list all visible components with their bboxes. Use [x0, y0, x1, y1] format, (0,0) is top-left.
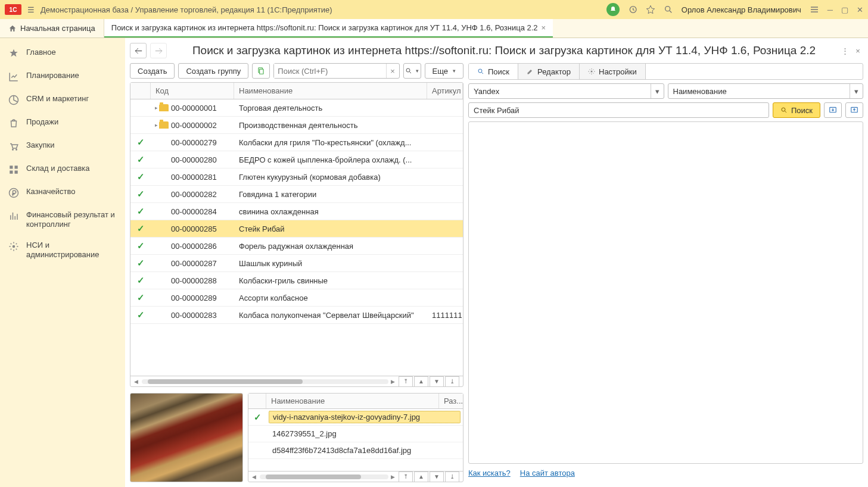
- create-button[interactable]: Создать: [130, 63, 175, 79]
- table-row[interactable]: ✓00-00000280БЕДРО с кожей цыпленка-бройл…: [130, 151, 463, 168]
- nav-forward-button[interactable]: 🡢: [150, 43, 167, 58]
- tab-active[interactable]: Поиск и загрузка картинок из интернета h…: [104, 19, 553, 38]
- table-row[interactable]: ✓00-00000289Ассорти колбасное: [130, 289, 463, 307]
- table-row[interactable]: ✓00-00000286Форель радужная охлажденная: [130, 238, 463, 255]
- favorite-icon[interactable]: [646, 5, 655, 14]
- files-h-scrollbar[interactable]: [260, 474, 388, 479]
- page-close-icon[interactable]: ×: [853, 46, 863, 55]
- settings-bars-icon[interactable]: [810, 5, 819, 14]
- page-more-icon[interactable]: ⋮: [841, 46, 849, 55]
- grid-up-button[interactable]: ▲: [414, 376, 428, 387]
- check-icon: ✓: [254, 412, 262, 423]
- engine-select[interactable]: Yandex▾: [468, 83, 664, 99]
- author-link[interactable]: На сайт автора: [520, 469, 575, 477]
- query-input[interactable]: [468, 102, 769, 118]
- sidebar-item-5[interactable]: Склад и доставка: [0, 158, 125, 181]
- table-row[interactable]: ✓00-00000282Говядина 1 категории: [130, 186, 463, 203]
- file-row[interactable]: ✓vidy-i-nazvaniya-stejkov-iz-govyadiny-7…: [248, 409, 463, 426]
- table-row[interactable]: ✓00-00000283Колбаса полукопченая "Сервел…: [130, 307, 463, 324]
- files-scroll-right-icon[interactable]: ▶: [391, 474, 395, 480]
- row-name: Глютен кукурузный (кормовая добавка): [234, 173, 427, 182]
- tab-editor[interactable]: Редактор: [518, 64, 580, 79]
- import-button[interactable]: [824, 102, 842, 118]
- main-menu-icon[interactable]: ☰: [27, 5, 35, 14]
- howto-link[interactable]: Как искать?: [468, 469, 511, 477]
- files-down-button[interactable]: ▼: [430, 472, 444, 482]
- row-name: Форель радужная охлажденная: [234, 242, 427, 251]
- copy-button[interactable]: [252, 63, 270, 79]
- row-name: БЕДРО с кожей цыпленка-бройлера охлажд. …: [234, 155, 427, 164]
- field-select[interactable]: Наименование▾: [668, 83, 864, 99]
- table-row[interactable]: ✓00-00000279Колбаски для гриля "По-крест…: [130, 134, 463, 151]
- global-search-icon[interactable]: [664, 5, 673, 14]
- minimize-icon[interactable]: ─: [827, 5, 833, 14]
- sidebar-item-label: Казначейство: [26, 187, 75, 196]
- grid-header-name[interactable]: Наименование: [234, 83, 427, 99]
- files-header-name[interactable]: Наименование: [266, 394, 439, 408]
- files-last-button[interactable]: ⤓: [445, 472, 459, 482]
- files-up-button[interactable]: ▲: [414, 472, 428, 482]
- table-row[interactable]: ✓00-00000281Глютен кукурузный (кормовая …: [130, 168, 463, 186]
- row-name: Шашлык куриный: [234, 259, 427, 268]
- table-row[interactable]: ✓00-00000284свинина охлажденная: [130, 203, 463, 220]
- files-scroll-left-icon[interactable]: ◀: [252, 474, 256, 480]
- sidebar-item-6[interactable]: Казначейство: [0, 181, 125, 204]
- grid-header-check[interactable]: [130, 83, 151, 99]
- sidebar-item-1[interactable]: Планирование: [0, 65, 125, 88]
- sidebar-item-4[interactable]: Закупки: [0, 135, 125, 158]
- search-dropdown-button[interactable]: ▾: [403, 63, 421, 79]
- close-window-icon[interactable]: ✕: [857, 5, 863, 14]
- tab-settings[interactable]: Настройки: [580, 64, 646, 79]
- nav-back-button[interactable]: 🡠: [130, 43, 147, 58]
- file-row[interactable]: 1462739551_2.jpg: [248, 426, 463, 442]
- h-scrollbar[interactable]: [142, 379, 388, 384]
- user-name[interactable]: Орлов Александр Владимирович: [682, 5, 801, 14]
- check-icon: ✓: [137, 310, 145, 320]
- files-header-size[interactable]: Раз...: [439, 394, 463, 408]
- files-first-button[interactable]: ⤒: [399, 472, 413, 482]
- scroll-right-icon[interactable]: ▶: [391, 379, 395, 385]
- grid-header-art[interactable]: Артикул: [427, 83, 463, 99]
- more-button[interactable]: Еще▾: [425, 63, 463, 79]
- sidebar-item-label: НСИ и администрирование: [26, 241, 117, 259]
- grid-header-code[interactable]: Код: [151, 83, 234, 99]
- tab-home[interactable]: Начальная страница: [0, 19, 104, 38]
- grid-first-button[interactable]: ⤒: [399, 376, 413, 387]
- scroll-left-icon[interactable]: ◀: [134, 379, 138, 385]
- sidebar-item-7[interactable]: Финансовый результат и контроллинг: [0, 204, 125, 235]
- check-icon: ✓: [137, 189, 145, 199]
- tab-search[interactable]: Поиск: [469, 64, 518, 79]
- table-row[interactable]: ✓00-00000287Шашлык куриный: [130, 255, 463, 272]
- search-button[interactable]: Поиск: [773, 102, 820, 118]
- row-code: 00-00000288: [171, 276, 234, 285]
- chevron-down-icon[interactable]: ▾: [651, 84, 664, 98]
- sidebar-item-2[interactable]: CRM и маркетинг: [0, 88, 125, 111]
- grid-header: Код Наименование Артикул: [130, 83, 463, 99]
- search-input[interactable]: [274, 64, 385, 78]
- table-row[interactable]: ▸00-00000002Производственная деятельност…: [130, 117, 463, 134]
- notifications-icon[interactable]: [606, 3, 620, 16]
- create-group-button[interactable]: Создать группу: [178, 63, 248, 79]
- file-row[interactable]: d584ff23f6b72413d8cfa7a1e8dd16af.jpg: [248, 442, 463, 459]
- svg-point-6: [13, 245, 15, 248]
- history-icon[interactable]: [628, 5, 637, 14]
- grid-last-button[interactable]: ⤓: [445, 376, 459, 387]
- grid-down-button[interactable]: ▼: [430, 376, 444, 387]
- row-name: свинина охлажденная: [234, 207, 427, 216]
- chevron-down-icon[interactable]: ▾: [850, 84, 863, 98]
- maximize-icon[interactable]: ▢: [841, 5, 848, 14]
- table-row[interactable]: ✓00-00000288Колбаски-гриль свинные: [130, 272, 463, 289]
- table-row[interactable]: ▸00-00000001Торговая деятельность: [130, 99, 463, 117]
- tab-close-icon[interactable]: ×: [542, 23, 546, 32]
- files-header-check[interactable]: [248, 394, 266, 408]
- search-clear-icon[interactable]: ×: [386, 64, 399, 78]
- sidebar-item-0[interactable]: Главное: [0, 42, 125, 65]
- sidebar-item-3[interactable]: Продажи: [0, 111, 125, 135]
- export-button[interactable]: [845, 102, 863, 118]
- sidebar-item-label: Финансовый результат и контроллинг: [26, 210, 117, 229]
- row-code: 00-00000284: [171, 207, 234, 216]
- sidebar-item-8[interactable]: НСИ и администрирование: [0, 235, 125, 265]
- sidebar-item-label: Продажи: [26, 117, 58, 127]
- search-field[interactable]: ×: [273, 63, 399, 79]
- table-row[interactable]: ✓00-00000285Стейк Рибай: [130, 220, 463, 238]
